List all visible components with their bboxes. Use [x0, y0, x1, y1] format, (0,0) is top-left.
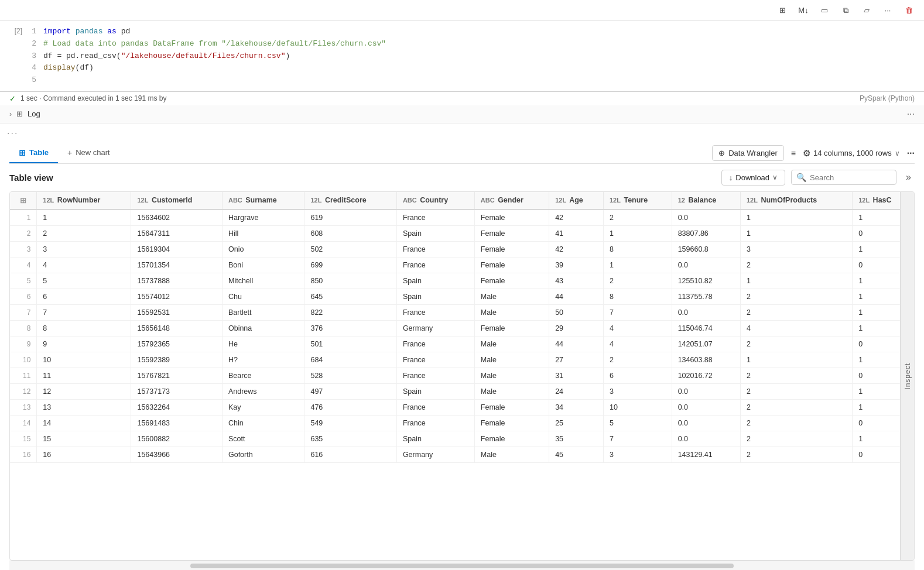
data-wrangler-button[interactable]: ⊕ Data Wrangler [712, 145, 784, 161]
cell-gender: Female [474, 431, 549, 447]
col-header-surname[interactable]: ABC Surname [222, 192, 304, 210]
tab-table[interactable]: ⊞ Table [9, 143, 58, 163]
cell-tenure: 1 [604, 225, 672, 241]
cell-balance: 0.0 [672, 257, 740, 273]
table-actions: ↓ Download ∨ 🔍 » [721, 170, 915, 186]
cell-balance: 0.0 [672, 431, 740, 447]
cell-surname: Bartlett [222, 304, 304, 320]
cell-tenure: 4 [604, 336, 672, 352]
inspect-panel[interactable]: Inspect [900, 192, 914, 560]
col-header-creditscore[interactable]: 12L CreditScore [304, 192, 396, 210]
cell-country: France [396, 304, 474, 320]
cell-country: France [396, 241, 474, 257]
cell-surname: Chu [222, 289, 304, 304]
cell-gender: Male [474, 383, 549, 399]
cell-country: Spain [396, 431, 474, 447]
cell-tenure: 8 [604, 241, 672, 257]
cell-tenure: 10 [604, 399, 672, 415]
new-chart-plus-icon: + [67, 148, 72, 157]
app-container: ⊞ M↓ ▭ ⧉ ▱ ··· 🗑 [2] 1import pandas as p… [0, 0, 924, 570]
data-panel: ⊞ Table + New chart ⊕ Data Wrangler ≡ ⚙ … [0, 139, 924, 570]
cell-rownumber: 12 [37, 383, 131, 399]
code-block: 1import pandas as pd 2# Load data into p… [27, 26, 919, 87]
search-box[interactable]: 🔍 [791, 170, 896, 185]
cell-country: Germany [396, 320, 474, 336]
col-header-index: ⊞ [10, 192, 37, 210]
col-header-gender[interactable]: ABC Gender [474, 192, 549, 210]
col-header-rownumber[interactable]: 12L RowNumber [37, 192, 131, 210]
cell-age: 43 [549, 273, 604, 289]
collapse-panel-icon[interactable]: » [902, 171, 915, 184]
col-header-age[interactable]: 12L Age [549, 192, 604, 210]
cell-gender: Female [474, 210, 549, 226]
cell-age: 31 [549, 368, 604, 383]
tab-bar: ⊞ Table + New chart ⊕ Data Wrangler ≡ ⚙ … [9, 143, 915, 164]
execution-check-icon: ✓ [9, 94, 16, 103]
cell-rownumber: 5 [37, 273, 131, 289]
cell-balance: 0.0 [672, 304, 740, 320]
comment-icon[interactable]: ▱ [858, 2, 875, 19]
cell-balance: 142051.07 [672, 336, 740, 352]
layout-icon[interactable]: ⊞ [774, 2, 790, 19]
cell-customerid: 15737173 [131, 383, 223, 399]
table-body: 1 1 15634602 Hargrave 619 France Female … [10, 210, 914, 463]
data-wrangler-label: Data Wrangler [728, 149, 778, 157]
filter-icon[interactable]: ≡ [791, 149, 796, 158]
cell-customerid: 15592389 [131, 352, 223, 368]
more-options-icon[interactable]: ··· [879, 2, 896, 19]
cell-country: Spain [396, 383, 474, 399]
cell-numofproducts: 2 [740, 399, 852, 415]
cell-index: 1 [10, 210, 37, 226]
table-view-title: Table view [9, 173, 53, 183]
cell-customerid: 15701354 [131, 257, 223, 273]
table-wrapper[interactable]: ⊞ 12L RowNumber 12L CustomerId ABC Surna… [9, 191, 915, 561]
cell-numofproducts: 2 [740, 415, 852, 431]
cell-index: 8 [10, 320, 37, 336]
cell-balance: 143129.41 [672, 447, 740, 462]
table-tab-icon: ⊞ [19, 148, 26, 157]
col-header-numofproducts[interactable]: 12L NumOfProducts [740, 192, 852, 210]
cell-rownumber: 8 [37, 320, 131, 336]
cell-balance: 134603.88 [672, 352, 740, 368]
cell-gender: Male [474, 289, 549, 304]
settings-label[interactable]: ⚙ 14 columns, 1000 rows ∨ [803, 148, 900, 159]
cell-rownumber: 9 [37, 336, 131, 352]
col-header-country[interactable]: ABC Country [396, 192, 474, 210]
cell-gender: Male [474, 447, 549, 462]
download-button[interactable]: ↓ Download ∨ [721, 170, 785, 186]
cell-numofproducts: 1 [740, 210, 852, 226]
tab-bar-more-icon[interactable]: ··· [907, 148, 915, 159]
display-icon[interactable]: ▭ [816, 2, 833, 19]
cell-creditscore: 684 [304, 352, 396, 368]
cell-gender: Male [474, 304, 549, 320]
cell-age: 41 [549, 225, 604, 241]
col-header-balance[interactable]: 12 Balance [672, 192, 740, 210]
cell-balance: 115046.74 [672, 320, 740, 336]
cell-creditscore: 502 [304, 241, 396, 257]
cell-creditscore: 635 [304, 431, 396, 447]
cell-surname: Obinna [222, 320, 304, 336]
runtime-label: PySpark (Python) [860, 94, 915, 102]
cell-customerid: 15574012 [131, 289, 223, 304]
table-row: 15 15 15600882 Scott 635 Spain Female 35… [10, 431, 914, 447]
search-input[interactable] [810, 173, 886, 182]
cell-country: France [396, 415, 474, 431]
tab-new-chart[interactable]: + New chart [58, 143, 119, 163]
col-header-customerid[interactable]: 12L CustomerId [131, 192, 223, 210]
cell-customerid: 15634602 [131, 210, 223, 226]
copy-icon[interactable]: ⧉ [837, 2, 854, 19]
col-header-tenure[interactable]: 12L Tenure [604, 192, 672, 210]
cell-customerid: 15691483 [131, 415, 223, 431]
log-section[interactable]: › ⊞ Log ··· [0, 105, 924, 123]
cell-index: 16 [10, 447, 37, 462]
cell-index: 11 [10, 368, 37, 383]
scrollbar-thumb[interactable] [190, 564, 734, 568]
horizontal-scrollbar[interactable] [9, 561, 915, 570]
delete-icon[interactable]: 🗑 [901, 2, 917, 19]
markdown-icon[interactable]: M↓ [795, 2, 812, 19]
cell-customerid: 15792365 [131, 336, 223, 352]
log-more-icon[interactable]: ··· [907, 109, 915, 119]
cell-age: 27 [549, 352, 604, 368]
cell-tenure: 8 [604, 289, 672, 304]
log-expand-icon[interactable]: › [9, 110, 12, 118]
